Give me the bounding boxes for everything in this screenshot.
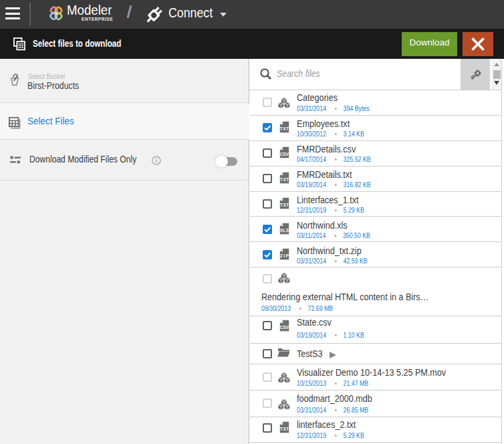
svg-text:XLS: XLS <box>280 228 289 233</box>
svg-text:TXT: TXT <box>280 126 289 131</box>
svg-text:ZIP: ZIP <box>280 253 289 258</box>
svg-text:TXT: TXT <box>280 203 289 207</box>
svg-text:TXT: TXT <box>280 427 289 431</box>
svg-text:CSV: CSV <box>280 152 289 156</box>
svg-text:TXT: TXT <box>280 177 289 182</box>
svg-text:CSV: CSV <box>280 325 289 330</box>
